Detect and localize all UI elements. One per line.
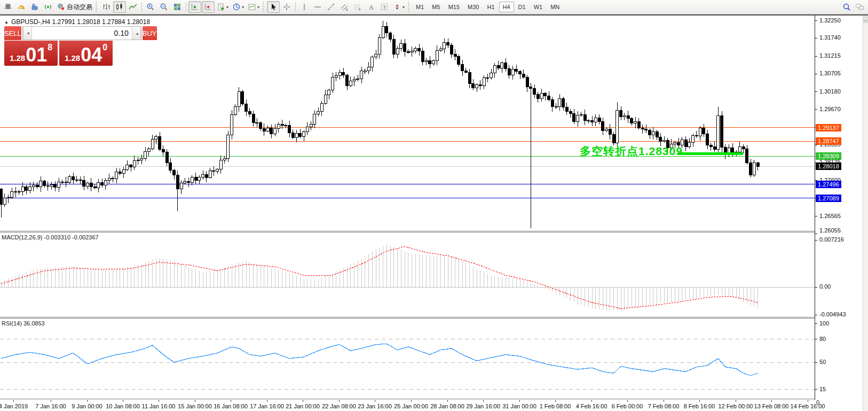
sell-price-small: 1.28	[10, 53, 25, 63]
time-tick-mark	[771, 400, 772, 402]
periods-button[interactable]: ▾	[231, 1, 246, 13]
timeframe-h4[interactable]: H4	[499, 2, 514, 12]
scroll-up-arrow[interactable]: ▲	[863, 17, 868, 23]
text-label-tool[interactable]: T	[378, 1, 391, 13]
time-tick-label: 25 Jan 00:00	[394, 403, 428, 409]
buy-quote-button[interactable]: 1.28040	[59, 41, 113, 66]
candle-body	[245, 104, 248, 111]
chart-shift-button[interactable]	[202, 1, 215, 13]
chart-window[interactable]: 4 Jan 20197 Jan 16:009 Jan 00:0010 Jan 0…	[0, 14, 868, 411]
candle-body	[180, 183, 183, 189]
template-icon	[248, 3, 256, 11]
timeframe-d1[interactable]: D1	[515, 2, 530, 12]
candle-body	[367, 67, 370, 71]
new-order-button[interactable]: 单	[2, 1, 14, 13]
candle-body	[108, 179, 111, 180]
trendline-object[interactable]	[678, 152, 743, 155]
navigator-button[interactable]	[42, 1, 54, 13]
buy-button[interactable]: BUY	[143, 26, 157, 40]
candle-body	[263, 128, 265, 131]
candle-body	[7, 197, 10, 198]
candle-body	[616, 110, 619, 143]
toolbar-grip[interactable]	[96, 2, 97, 12]
price-tick-label: 1.31740	[819, 34, 841, 41]
time-tick-label: 16 Jan 08:00	[214, 403, 248, 409]
crosshair-button[interactable]	[280, 1, 293, 13]
arrows-tool[interactable]: ▾	[391, 1, 406, 13]
timeframe-w1[interactable]: W1	[530, 2, 547, 12]
toolbar-grip[interactable]	[408, 2, 409, 12]
time-axis[interactable]: 4 Jan 20197 Jan 16:009 Jan 00:0010 Jan 0…	[0, 400, 868, 411]
price-tick-mark	[815, 234, 817, 234]
candle-body	[299, 133, 302, 136]
sell-button[interactable]: SELL	[4, 26, 21, 40]
price-axis[interactable]: 1.322501.317401.312151.307051.301801.296…	[815, 15, 863, 400]
candle-body	[450, 45, 453, 55]
pivot-annotation-text[interactable]: 多空转折点1.28309	[580, 144, 683, 159]
volume-decrease-button[interactable]: ▼	[23, 27, 32, 40]
time-tick-label: 29 Jan 16:00	[466, 403, 500, 409]
candle-body	[649, 130, 651, 135]
text-tool[interactable]: A	[365, 1, 377, 13]
chart-shift-icon	[204, 3, 212, 11]
channel-tool[interactable]: E	[338, 1, 351, 13]
data-window-button[interactable]	[28, 1, 41, 13]
timeframe-m1[interactable]: M1	[412, 2, 428, 12]
line-chart-button[interactable]	[127, 1, 139, 13]
candle-body	[515, 69, 518, 71]
candlestick-chart-button[interactable]	[113, 1, 126, 13]
time-tick-mark	[664, 400, 664, 402]
line-chart-icon	[129, 3, 137, 11]
sell-quote-button[interactable]: 1.28018	[4, 41, 58, 66]
vertical-line-tool[interactable]	[298, 1, 311, 13]
horizontal-line-tool[interactable]	[311, 1, 324, 13]
volume-increase-button[interactable]: ▲	[132, 27, 141, 40]
timeframe-m5[interactable]: M5	[428, 2, 444, 12]
candle-body	[162, 149, 164, 152]
timeframe-h1[interactable]: H1	[483, 2, 498, 12]
candle-body	[447, 43, 449, 45]
timeframe-m15[interactable]: M15	[445, 2, 463, 12]
search-button[interactable]	[840, 1, 853, 13]
candle-body	[562, 98, 565, 107]
chat-button[interactable]	[854, 1, 866, 13]
candle-body	[404, 43, 406, 52]
candle-body	[684, 140, 687, 147]
candle-body	[530, 87, 532, 89]
market-watch-button[interactable]	[15, 1, 28, 13]
candle-body	[216, 169, 219, 171]
tile-windows-button[interactable]	[171, 1, 184, 13]
timeframe-m30[interactable]: M30	[464, 2, 483, 12]
dropdown-caret: ▾	[242, 5, 244, 10]
candle-body	[328, 90, 330, 95]
timeframe-mn[interactable]: MN	[547, 2, 563, 12]
auto-scroll-button[interactable]	[188, 1, 201, 13]
zoom-in-button[interactable]	[144, 1, 157, 13]
volume-input[interactable]	[32, 27, 132, 40]
zoom-out-button[interactable]	[157, 1, 170, 13]
autotrading-icon	[57, 3, 65, 11]
macd-pane[interactable]	[0, 232, 815, 317]
templates-button[interactable]: ▾	[246, 1, 261, 13]
time-tick-mark	[447, 400, 448, 402]
candle-body	[65, 182, 67, 182]
collapse-triangle-icon[interactable]: ▲	[4, 20, 9, 25]
vertical-scrollbar[interactable]: ▲	[863, 15, 868, 411]
candle-body	[429, 61, 431, 64]
candle-body	[101, 183, 104, 185]
fibonacci-tool[interactable]: F	[351, 1, 364, 13]
main-chart-pane[interactable]	[0, 15, 815, 231]
toolbar-grip[interactable]	[263, 2, 264, 12]
candle-body	[659, 137, 662, 142]
rsi-pane[interactable]	[0, 319, 815, 399]
candle-body	[400, 43, 403, 49]
indicators-button[interactable]: ▾	[215, 1, 230, 13]
candle-body	[371, 57, 374, 67]
macd-tick-mark	[815, 315, 817, 315]
bar-chart-button[interactable]	[100, 1, 113, 13]
cursor-button[interactable]	[267, 1, 280, 13]
candle-body	[695, 136, 698, 136]
candle-body	[392, 40, 395, 55]
trendline-tool[interactable]	[325, 1, 337, 13]
autotrading-button[interactable]: 自动交易	[55, 1, 94, 13]
